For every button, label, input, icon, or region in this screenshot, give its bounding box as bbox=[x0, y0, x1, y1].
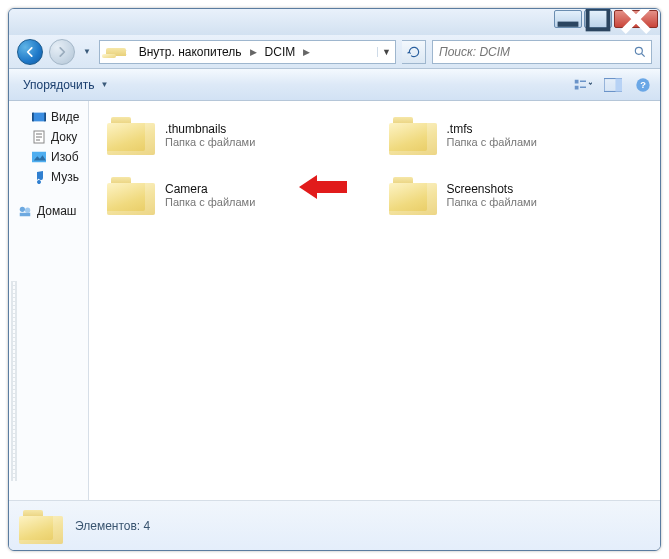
svg-rect-4 bbox=[575, 85, 579, 89]
view-icon bbox=[574, 77, 592, 93]
chevron-down-icon: ▼ bbox=[100, 80, 108, 89]
image-icon bbox=[31, 149, 47, 165]
arrow-right-icon bbox=[55, 45, 69, 59]
help-button[interactable]: ? bbox=[634, 76, 652, 94]
svg-rect-0 bbox=[558, 22, 579, 27]
sidebar-item-documents[interactable]: Доку bbox=[9, 127, 88, 147]
refresh-icon bbox=[407, 45, 421, 59]
svg-rect-5 bbox=[580, 80, 586, 82]
sidebar: Виде Доку Изоб Музь Домаш bbox=[9, 101, 89, 500]
folder-item[interactable]: .tmfs Папка с файлами bbox=[385, 111, 647, 159]
folder-name: Camera bbox=[165, 182, 255, 196]
maximize-button[interactable] bbox=[584, 10, 612, 28]
folder-name: .tmfs bbox=[447, 122, 537, 136]
search-icon[interactable] bbox=[629, 45, 651, 59]
organize-button[interactable]: Упорядочить ▼ bbox=[17, 74, 114, 96]
location-folder-icon bbox=[100, 46, 118, 58]
preview-pane-icon bbox=[604, 78, 622, 92]
svg-rect-15 bbox=[32, 152, 46, 163]
breadcrumb: « Внутр. накопитель ▶ DCIM ▶ bbox=[118, 41, 377, 63]
svg-marker-20 bbox=[299, 175, 347, 199]
sidebar-item-label: Музь bbox=[51, 170, 79, 184]
svg-rect-11 bbox=[33, 113, 45, 122]
status-folder-icon bbox=[19, 508, 63, 544]
folder-subtitle: Папка с файлами bbox=[447, 136, 537, 148]
sidebar-item-pictures[interactable]: Изоб bbox=[9, 147, 88, 167]
titlebar bbox=[9, 9, 660, 35]
svg-text:?: ? bbox=[640, 80, 646, 90]
svg-rect-8 bbox=[615, 78, 622, 91]
sidebar-resize-handle[interactable] bbox=[11, 281, 17, 481]
close-button[interactable] bbox=[614, 10, 658, 28]
folder-icon bbox=[107, 175, 155, 215]
sidebar-item-label: Виде bbox=[51, 110, 79, 124]
folder-subtitle: Папка с файлами bbox=[165, 136, 255, 148]
folder-icon bbox=[389, 175, 437, 215]
folder-item[interactable]: .thumbnails Папка с файлами bbox=[103, 111, 365, 159]
svg-rect-12 bbox=[32, 113, 34, 122]
chevron-right-icon[interactable]: ▶ bbox=[248, 47, 259, 57]
maximize-icon bbox=[585, 8, 611, 32]
sidebar-item-label: Доку bbox=[51, 130, 77, 144]
svg-rect-3 bbox=[575, 79, 579, 83]
video-icon bbox=[31, 109, 47, 125]
folder-subtitle: Папка с файлами bbox=[165, 196, 255, 208]
minimize-icon bbox=[555, 8, 581, 32]
forward-button[interactable] bbox=[49, 39, 75, 65]
arrow-left-icon bbox=[23, 45, 37, 59]
nav-history-dropdown[interactable]: ▼ bbox=[81, 42, 93, 62]
folder-icon bbox=[107, 115, 155, 155]
sidebar-item-homegroup[interactable]: Домаш bbox=[9, 201, 88, 221]
folder-name: .thumbnails bbox=[165, 122, 255, 136]
folder-grid: .thumbnails Папка с файлами .tmfs Папка … bbox=[103, 111, 646, 219]
sidebar-item-label: Домаш bbox=[37, 204, 77, 218]
svg-rect-1 bbox=[588, 9, 609, 30]
preview-pane-button[interactable] bbox=[604, 76, 622, 94]
svg-rect-19 bbox=[20, 213, 31, 217]
breadcrumb-item[interactable]: DCIM bbox=[259, 41, 302, 63]
annotation-arrow bbox=[299, 173, 347, 201]
nav-row: ▼ « Внутр. накопитель ▶ DCIM ▶ ▼ bbox=[9, 35, 660, 69]
address-dropdown[interactable]: ▼ bbox=[377, 47, 395, 57]
svg-point-18 bbox=[25, 208, 30, 213]
refresh-button[interactable] bbox=[402, 40, 426, 64]
status-count: Элементов: 4 bbox=[75, 519, 150, 533]
content-area: .thumbnails Папка с файлами .tmfs Папка … bbox=[89, 101, 660, 500]
folder-item[interactable]: Screenshots Папка с файлами bbox=[385, 171, 647, 219]
document-icon bbox=[31, 129, 47, 145]
address-bar[interactable]: « Внутр. накопитель ▶ DCIM ▶ ▼ bbox=[99, 40, 396, 64]
status-bar: Элементов: 4 bbox=[9, 500, 660, 550]
organize-label: Упорядочить bbox=[23, 78, 94, 92]
svg-point-17 bbox=[20, 207, 25, 212]
folder-icon bbox=[389, 115, 437, 155]
music-icon bbox=[31, 169, 47, 185]
view-options-button[interactable] bbox=[574, 76, 592, 94]
folder-item[interactable]: Camera Папка с файлами bbox=[103, 171, 365, 219]
svg-point-2 bbox=[635, 47, 642, 54]
svg-rect-13 bbox=[44, 113, 46, 122]
explorer-window: ▼ « Внутр. накопитель ▶ DCIM ▶ ▼ bbox=[8, 8, 661, 551]
breadcrumb-item[interactable]: Внутр. накопитель bbox=[133, 41, 248, 63]
chevron-right-icon[interactable]: ▶ bbox=[301, 47, 312, 57]
toolbar: Упорядочить ▼ ? bbox=[9, 69, 660, 101]
help-icon: ? bbox=[635, 77, 651, 93]
folder-subtitle: Папка с файлами bbox=[447, 196, 537, 208]
sidebar-item-label: Изоб bbox=[51, 150, 79, 164]
sidebar-item-music[interactable]: Музь bbox=[9, 167, 88, 187]
minimize-button[interactable] bbox=[554, 10, 582, 28]
search-input[interactable] bbox=[433, 45, 629, 59]
svg-rect-6 bbox=[580, 86, 586, 88]
back-button[interactable] bbox=[17, 39, 43, 65]
search-box[interactable] bbox=[432, 40, 652, 64]
folder-name: Screenshots bbox=[447, 182, 537, 196]
homegroup-icon bbox=[17, 203, 33, 219]
sidebar-item-videos[interactable]: Виде bbox=[9, 107, 88, 127]
